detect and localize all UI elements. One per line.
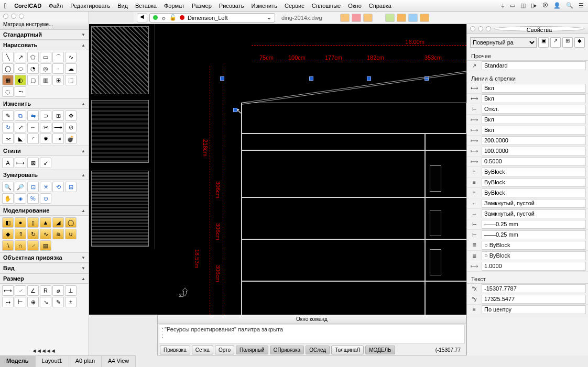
fillet-tool[interactable]: ◜ [27,134,39,144]
copy-tool[interactable]: ⧉ [15,110,26,121]
tab-layout1[interactable]: Layout1 [36,356,69,367]
zoomdyn-tool[interactable]: ◈ [15,193,26,204]
prop-row-value[interactable]: Вкл [482,84,586,93]
min-dot[interactable] [11,14,16,19]
menu-draw[interactable]: Рисовать [219,3,244,9]
layer-selector[interactable]: ☼ 🔓 Dimension_Left ⌄ [149,13,275,23]
section-draw[interactable]: Нарисовать▲ [0,40,89,50]
dimleader-tool[interactable]: ↘ [40,297,51,307]
prop-row-value[interactable]: ○ ByBlock [482,241,586,250]
zoomin-tool[interactable]: 🔍 [2,182,14,192]
stretch-tool[interactable]: ↔ [27,122,39,132]
prop-btn-3[interactable]: ⊞ [562,37,573,48]
tab-model[interactable]: Модель [0,356,36,367]
zoomextents-tool[interactable]: ⤧ [40,182,51,192]
status-ortho[interactable]: Орто [215,346,234,354]
menu-insert[interactable]: Вставка [135,3,157,9]
menu-solids[interactable]: Сплошные [312,3,341,9]
ellipse-arc-tool[interactable]: ◔ [27,63,39,74]
section-view[interactable]: Вид▼ [0,263,89,273]
boundary-tool[interactable]: ⬚ [65,75,77,85]
revcloud-tool[interactable]: ☁ [65,63,77,74]
prop-dimstyle[interactable]: Standard [482,61,586,70]
section-standard[interactable]: Стандартный▼ [0,29,89,40]
panel-nav-arrows[interactable]: ◀◀◀◀◀ [0,348,89,353]
menu-dimension[interactable]: Размер [192,3,212,9]
user-icon[interactable]: 👤 [553,2,561,9]
prop-row-value[interactable]: Вкл [482,115,586,124]
array-tool[interactable]: ⊞ [52,110,64,121]
prop-close-dot[interactable] [470,26,475,31]
prop-text-x[interactable]: -15307.7787 [482,284,586,293]
section-modeling[interactable]: Моделирование▲ [0,205,89,216]
export-dwg-button[interactable] [352,14,361,22]
prop-zoom-dot[interactable] [486,26,491,31]
selection-type-dropdown[interactable]: Повернутый ра [470,37,537,48]
torus-tool[interactable]: ◯ [65,217,77,228]
dimcenter-tool[interactable]: ⊕ [27,297,39,307]
section-zoom[interactable]: Зумировать▲ [0,170,89,180]
sweep-tool[interactable]: ∿ [40,229,51,239]
dimradius-tool[interactable]: R [40,285,51,296]
subtract-tool[interactable]: ∖ [2,240,14,251]
line-tool[interactable]: ╲ [2,52,14,62]
slice-tool[interactable]: ⟋ [27,240,39,251]
zoomscale-tool[interactable]: % [27,193,39,204]
command-prompt[interactable]: : [161,332,462,339]
battery-icon[interactable]: ▯▸ [531,2,537,9]
spline-tool[interactable]: ∿ [65,52,77,62]
drawing-canvas[interactable]: 16.00m 75cm 100cm 177cm 182cm 353cm 218c… [89,24,466,315]
cone-tool[interactable]: ▲ [40,217,51,228]
dimlinear-tool[interactable]: ⟷ [2,285,14,296]
region-tool[interactable]: ▢ [27,75,39,85]
ray-tool[interactable]: ⤳ [15,86,26,97]
polyline-tool[interactable]: ↗ [15,52,26,62]
dropbox-icon[interactable]: ◫ [520,2,526,9]
menu-tools[interactable]: Сервис [285,3,304,9]
prop-text-y[interactable]: 17325.5477 [482,295,586,304]
extend-tool[interactable]: ⟶ [52,122,64,132]
box-tool[interactable]: ◧ [2,217,14,228]
notification-icon[interactable]: ☰ [579,2,584,9]
status-osnap[interactable]: ОПривязка [270,346,304,354]
view-btn-4[interactable] [420,14,429,22]
prop-row-value[interactable]: 200.0000 [482,136,586,145]
pan-tool[interactable]: ✋ [2,193,14,204]
clock-icon[interactable]: ⦿ [542,2,548,9]
rectangle-tool[interactable]: ▭ [40,52,51,62]
section-modify[interactable]: Изменить▲ [0,98,89,109]
prop-row-value[interactable]: ByBlock [482,178,586,187]
arc-tool[interactable]: ⌒ [52,52,64,62]
trim-tool[interactable]: ✂ [40,122,51,132]
doc-back-button[interactable]: ◀ [137,13,147,23]
donut-tool[interactable]: ◎ [40,63,51,74]
sphere-tool[interactable]: ● [15,217,26,228]
menu-edit[interactable]: Редактировать [70,3,110,9]
tab-a4view[interactable]: A4 View [102,356,136,367]
prop-row-value[interactable]: Замкнутый, пустой [482,209,586,218]
explode-tool[interactable]: ✸ [40,134,51,144]
textstyle-tool[interactable]: A [2,158,14,168]
block-tool[interactable]: ⊞ [52,75,64,85]
intersect-tool[interactable]: ∩ [15,240,26,251]
table-tool[interactable]: ▥ [40,75,51,85]
prop-row-value[interactable]: ——0.25 mm [482,220,586,229]
tablestyle-tool[interactable]: ⊠ [27,158,39,168]
tab-a0plan[interactable]: A0 plan [69,356,102,367]
prop-row-value[interactable]: Замкнутый, пустой [482,199,586,208]
prop-row-value[interactable]: 0.5000 [482,157,586,166]
grip-point[interactable] [309,76,313,81]
zoom-dot[interactable] [19,14,24,19]
revolve-tool[interactable]: ↻ [27,229,39,239]
grip-point[interactable] [220,76,224,81]
export-pdf-button[interactable] [340,14,350,22]
export-dxf-button[interactable] [363,14,373,22]
menu-help[interactable]: Справка [369,3,391,9]
dimord-tool[interactable]: ⊥ [65,285,77,296]
prop-min-dot[interactable] [478,26,483,31]
view-btn-3[interactable] [408,14,418,22]
gradient-tool[interactable]: ◐ [15,75,26,85]
grip-point[interactable] [367,76,371,81]
prop-btn-2[interactable]: ↗ [550,37,561,48]
status-polar[interactable]: Полярный [236,346,268,354]
